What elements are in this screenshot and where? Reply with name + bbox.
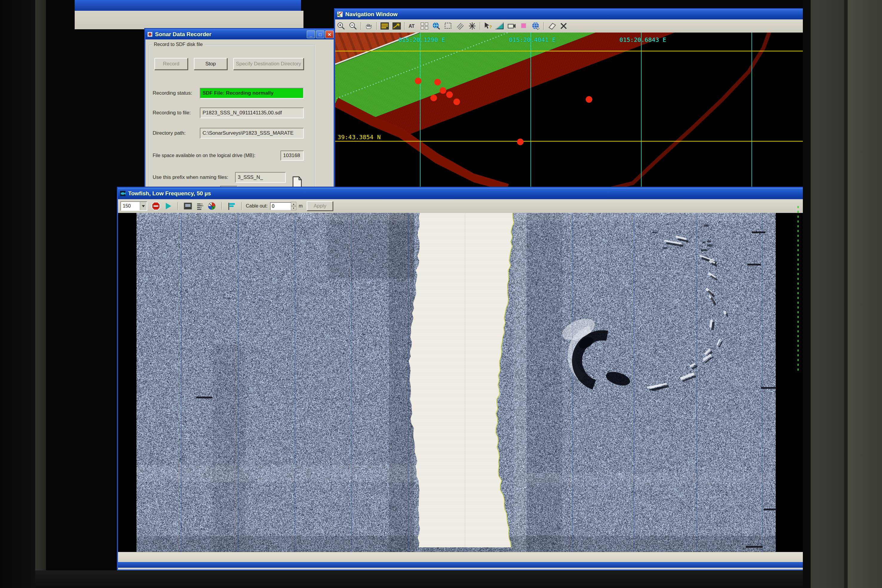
monitor-bezel-left (0, 0, 35, 588)
background-window-titlebar (75, 0, 301, 11)
towfish-window: Towfish, Low Frequency, 50 µs _ □ ✕ 150 … (117, 187, 803, 570)
angle-measure-icon[interactable] (494, 21, 506, 31)
lon-gridline-label: 015:20.1290 E (399, 36, 446, 43)
sonar-waterfall-image[interactable] (136, 213, 776, 552)
cable-out-input[interactable] (270, 202, 291, 210)
recording-status-value: SDF File: Recording normally (200, 88, 304, 99)
tile-view-icon[interactable] (419, 21, 430, 31)
specify-destination-button[interactable]: Specify Destination Directory (233, 58, 304, 70)
chevron-down-icon[interactable] (140, 202, 147, 210)
spin-down-icon: ▼ (291, 206, 296, 210)
monitor-screen: Navigation Window AT ? (46, 0, 803, 570)
lat-gridline-label: 39:43.3854 N (338, 134, 381, 141)
close-button[interactable]: ✕ (325, 30, 334, 38)
navigation-title: Navigation Window (345, 11, 398, 18)
desktop-telemetry-marks (798, 206, 799, 373)
towfish-statusbar (118, 552, 803, 562)
sonar-data-recorder-window: Sonar Data Recorder _ □ ✕ Record to SDF … (144, 28, 334, 190)
pan-hand-icon[interactable] (363, 21, 375, 31)
delete-target-icon[interactable] (558, 21, 569, 31)
recording-file-value[interactable]: P1823_SSS_N_0911141135,00.sdf (200, 108, 304, 118)
zoom-out-icon[interactable] (347, 21, 359, 31)
towfish-window-icon (120, 190, 126, 196)
hatch-fill-icon[interactable] (454, 21, 466, 31)
event-flag-icon[interactable] (226, 201, 237, 211)
background-window-toolbar (75, 11, 303, 29)
zoom-in-icon[interactable] (335, 21, 347, 31)
monitor-bezel-right (811, 0, 844, 588)
directory-path-label: Directory path: (153, 130, 186, 136)
minimize-button[interactable]: _ (307, 30, 315, 38)
sdr-title: Sonar Data Recorder (155, 31, 212, 38)
sonar-waterfall-area[interactable] (118, 213, 803, 552)
cable-unit-label: m (298, 203, 303, 209)
route-edit-icon[interactable] (391, 21, 402, 31)
route-list-icon[interactable] (379, 21, 390, 31)
prefix-value[interactable]: 3_SSS_N_ (235, 172, 286, 183)
towfish-titlebar[interactable]: Towfish, Low Frequency, 50 µs _ □ ✕ (118, 188, 803, 199)
eraser-icon[interactable] (546, 21, 557, 31)
palette-icon[interactable] (206, 201, 218, 211)
monitor-bezel-right-gap (803, 0, 811, 588)
select-area-icon[interactable] (442, 21, 454, 31)
record-group-label: Record to SDF disk file (152, 42, 205, 47)
star-target-icon[interactable] (466, 21, 478, 31)
recording-status-label: Recording status: (153, 90, 192, 96)
zoom-world-icon[interactable] (431, 21, 442, 31)
svg-text:?: ? (489, 24, 492, 29)
play-icon[interactable] (162, 201, 174, 211)
maximize-button[interactable]: □ (316, 30, 324, 38)
towfish-title: Towfish, Low Frequency, 50 µs (128, 190, 211, 197)
navigation-toolbar: AT ? (335, 20, 803, 33)
camera-icon[interactable] (506, 21, 518, 31)
cable-out-stepper[interactable]: ▲▼ (291, 202, 296, 210)
annotate-at-icon[interactable]: AT (407, 21, 418, 31)
svg-text:AT: AT (409, 24, 415, 28)
file-space-label: File space available on on the logical d… (153, 153, 255, 158)
lon-gridline-label: 015:20.6843 E (620, 36, 666, 43)
range-value: 150 (121, 203, 140, 209)
directory-path-value[interactable]: C:\SonarSurveys\P1823_SSS_MARATE (200, 128, 304, 139)
range-select[interactable]: 150 (120, 201, 147, 211)
gain-levels-icon[interactable] (194, 201, 206, 211)
stop-sign-icon[interactable] (150, 201, 162, 211)
towfish-bottom-border (118, 562, 803, 568)
navigation-titlebar[interactable]: Navigation Window (335, 9, 803, 20)
cable-out-label: Cable out: (246, 203, 268, 209)
lon-gridline-label: 015:20.4041 E (509, 36, 556, 43)
record-button[interactable]: Record (154, 58, 188, 70)
stop-button[interactable]: Stop (194, 58, 227, 70)
color-swatch-icon[interactable] (518, 21, 530, 31)
sdr-window-icon (147, 32, 153, 37)
recording-file-label: Recording to file: (153, 110, 191, 116)
monitor-bezel-bottom (35, 570, 803, 588)
cursor-help-icon[interactable]: ? (482, 21, 494, 31)
monitor-bezel-right-line (844, 0, 848, 588)
sdr-titlebar[interactable]: Sonar Data Recorder _ □ ✕ (146, 29, 334, 39)
prefix-label: Use this prefix when naming files: (153, 174, 228, 180)
monitor-bezel-left-edge (35, 0, 46, 588)
spin-up-icon: ▲ (291, 202, 296, 206)
navigation-map[interactable]: 015:20.1290 E 015:20.4041 E 015:20.6843 … (335, 33, 803, 192)
navigation-window: Navigation Window AT ? (334, 8, 803, 193)
monitor-bezel-outer (848, 0, 882, 588)
globe-icon[interactable] (530, 21, 542, 31)
navigation-window-icon (337, 11, 343, 17)
snapshot-icon[interactable] (182, 201, 194, 211)
file-space-value: 103168 (280, 150, 304, 160)
apply-button[interactable]: Apply (307, 201, 333, 211)
towfish-toolbar: 150 Cable out: ▲▼ m Apply (118, 199, 803, 213)
